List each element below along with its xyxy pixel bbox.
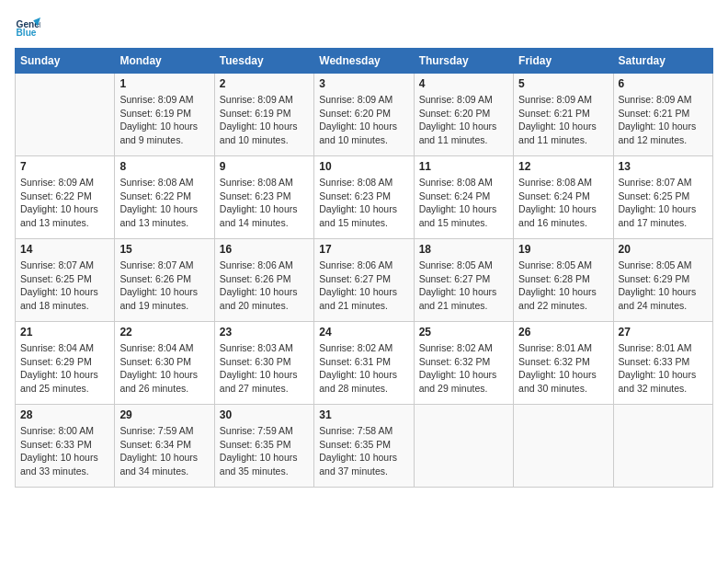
cell-info: Sunrise: 7:58 AMSunset: 6:35 PMDaylight:… xyxy=(319,424,408,478)
calendar-week-1: 1Sunrise: 8:09 AMSunset: 6:19 PMDaylight… xyxy=(16,74,713,156)
calendar-table: SundayMondayTuesdayWednesdayThursdayFrid… xyxy=(15,48,713,488)
cell-info: Sunrise: 8:08 AMSunset: 6:24 PMDaylight:… xyxy=(419,176,508,230)
date-number: 8 xyxy=(119,160,209,173)
col-header-tuesday: Tuesday xyxy=(214,49,313,74)
date-number: 26 xyxy=(518,326,608,339)
cell-info: Sunrise: 8:07 AMSunset: 6:25 PMDaylight:… xyxy=(20,259,109,313)
cell-info: Sunrise: 8:02 AMSunset: 6:32 PMDaylight:… xyxy=(419,341,508,396)
date-number: 18 xyxy=(419,243,508,256)
cell-info: Sunrise: 8:09 AMSunset: 6:19 PMDaylight:… xyxy=(119,93,209,147)
calendar-header: SundayMondayTuesdayWednesdayThursdayFrid… xyxy=(16,49,713,74)
date-number: 21 xyxy=(20,326,109,339)
date-number: 7 xyxy=(20,160,109,173)
col-header-saturday: Saturday xyxy=(613,49,712,74)
cell-info: Sunrise: 8:09 AMSunset: 6:20 PMDaylight:… xyxy=(319,93,408,147)
date-number: 10 xyxy=(319,160,408,173)
calendar-cell: 24Sunrise: 8:02 AMSunset: 6:31 PMDayligh… xyxy=(314,322,414,405)
cell-info: Sunrise: 8:08 AMSunset: 6:23 PMDaylight:… xyxy=(220,176,309,230)
col-header-sunday: Sunday xyxy=(16,49,115,74)
date-number: 16 xyxy=(220,243,309,256)
date-number: 25 xyxy=(419,326,508,339)
date-number: 28 xyxy=(20,408,109,421)
calendar-cell: 3Sunrise: 8:09 AMSunset: 6:20 PMDaylight… xyxy=(314,74,414,156)
date-number: 31 xyxy=(319,408,408,421)
cell-info: Sunrise: 8:08 AMSunset: 6:24 PMDaylight:… xyxy=(518,176,608,230)
date-number: 15 xyxy=(119,243,209,256)
col-header-wednesday: Wednesday xyxy=(314,49,414,74)
calendar-week-3: 14Sunrise: 8:07 AMSunset: 6:25 PMDayligh… xyxy=(16,239,713,322)
calendar-cell: 16Sunrise: 8:06 AMSunset: 6:26 PMDayligh… xyxy=(214,239,313,322)
date-number: 1 xyxy=(119,77,209,90)
calendar-cell: 18Sunrise: 8:05 AMSunset: 6:27 PMDayligh… xyxy=(414,239,513,322)
calendar-cell: 13Sunrise: 8:07 AMSunset: 6:25 PMDayligh… xyxy=(613,156,712,239)
calendar-cell: 14Sunrise: 8:07 AMSunset: 6:25 PMDayligh… xyxy=(16,239,115,322)
cell-info: Sunrise: 8:05 AMSunset: 6:27 PMDaylight:… xyxy=(419,259,508,313)
date-number: 9 xyxy=(220,160,309,173)
date-number: 27 xyxy=(619,326,708,339)
date-number: 12 xyxy=(518,160,608,173)
calendar-cell: 23Sunrise: 8:03 AMSunset: 6:30 PMDayligh… xyxy=(214,322,313,405)
calendar-cell: 27Sunrise: 8:01 AMSunset: 6:33 PMDayligh… xyxy=(613,322,712,405)
cell-info: Sunrise: 7:59 AMSunset: 6:34 PMDaylight:… xyxy=(119,424,209,478)
calendar-cell: 17Sunrise: 8:06 AMSunset: 6:27 PMDayligh… xyxy=(314,239,414,322)
calendar-cell: 9Sunrise: 8:08 AMSunset: 6:23 PMDaylight… xyxy=(214,156,313,239)
date-number: 11 xyxy=(419,160,508,173)
date-number: 6 xyxy=(619,77,708,90)
cell-info: Sunrise: 8:08 AMSunset: 6:22 PMDaylight:… xyxy=(119,176,209,230)
cell-info: Sunrise: 8:00 AMSunset: 6:33 PMDaylight:… xyxy=(20,424,109,478)
calendar-cell: 7Sunrise: 8:09 AMSunset: 6:22 PMDaylight… xyxy=(16,156,115,239)
cell-info: Sunrise: 8:07 AMSunset: 6:25 PMDaylight:… xyxy=(619,176,708,230)
header-row: SundayMondayTuesdayWednesdayThursdayFrid… xyxy=(16,49,713,74)
cell-info: Sunrise: 8:01 AMSunset: 6:33 PMDaylight:… xyxy=(619,341,708,396)
calendar-cell: 15Sunrise: 8:07 AMSunset: 6:26 PMDayligh… xyxy=(115,239,214,322)
date-number: 29 xyxy=(119,408,209,421)
date-number: 13 xyxy=(619,160,708,173)
calendar-cell xyxy=(514,405,613,488)
calendar-cell: 28Sunrise: 8:00 AMSunset: 6:33 PMDayligh… xyxy=(16,405,115,488)
calendar-week-4: 21Sunrise: 8:04 AMSunset: 6:29 PMDayligh… xyxy=(16,322,713,405)
cell-info: Sunrise: 8:09 AMSunset: 6:21 PMDaylight:… xyxy=(518,93,608,147)
cell-info: Sunrise: 8:04 AMSunset: 6:29 PMDaylight:… xyxy=(20,341,109,396)
calendar-cell xyxy=(414,405,513,488)
date-number: 2 xyxy=(220,77,309,90)
date-number: 30 xyxy=(220,408,309,421)
page-header: General Blue xyxy=(15,15,713,40)
calendar-cell: 31Sunrise: 7:58 AMSunset: 6:35 PMDayligh… xyxy=(314,405,414,488)
cell-info: Sunrise: 8:09 AMSunset: 6:22 PMDaylight:… xyxy=(20,176,109,230)
calendar-cell: 20Sunrise: 8:05 AMSunset: 6:29 PMDayligh… xyxy=(613,239,712,322)
cell-info: Sunrise: 8:05 AMSunset: 6:29 PMDaylight:… xyxy=(619,259,708,313)
date-number: 5 xyxy=(518,77,608,90)
logo: General Blue xyxy=(15,15,44,40)
date-number: 14 xyxy=(20,243,109,256)
col-header-monday: Monday xyxy=(115,49,214,74)
cell-info: Sunrise: 8:02 AMSunset: 6:31 PMDaylight:… xyxy=(319,341,408,396)
cell-info: Sunrise: 8:07 AMSunset: 6:26 PMDaylight:… xyxy=(119,259,209,313)
calendar-cell: 22Sunrise: 8:04 AMSunset: 6:30 PMDayligh… xyxy=(115,322,214,405)
logo-icon: General Blue xyxy=(15,15,40,40)
date-number: 3 xyxy=(319,77,408,90)
calendar-body: 1Sunrise: 8:09 AMSunset: 6:19 PMDaylight… xyxy=(16,74,713,488)
calendar-cell xyxy=(613,405,712,488)
calendar-cell: 6Sunrise: 8:09 AMSunset: 6:21 PMDaylight… xyxy=(613,74,712,156)
cell-info: Sunrise: 8:03 AMSunset: 6:30 PMDaylight:… xyxy=(220,341,309,396)
cell-info: Sunrise: 8:05 AMSunset: 6:28 PMDaylight:… xyxy=(518,259,608,313)
calendar-cell: 2Sunrise: 8:09 AMSunset: 6:19 PMDaylight… xyxy=(214,74,313,156)
calendar-week-5: 28Sunrise: 8:00 AMSunset: 6:33 PMDayligh… xyxy=(16,405,713,488)
calendar-cell: 21Sunrise: 8:04 AMSunset: 6:29 PMDayligh… xyxy=(16,322,115,405)
calendar-cell: 4Sunrise: 8:09 AMSunset: 6:20 PMDaylight… xyxy=(414,74,513,156)
calendar-cell: 26Sunrise: 8:01 AMSunset: 6:32 PMDayligh… xyxy=(514,322,613,405)
col-header-friday: Friday xyxy=(514,49,613,74)
svg-text:Blue: Blue xyxy=(17,28,37,38)
calendar-cell: 29Sunrise: 7:59 AMSunset: 6:34 PMDayligh… xyxy=(115,405,214,488)
date-number: 17 xyxy=(319,243,408,256)
date-number: 19 xyxy=(518,243,608,256)
col-header-thursday: Thursday xyxy=(414,49,513,74)
cell-info: Sunrise: 8:04 AMSunset: 6:30 PMDaylight:… xyxy=(119,341,209,396)
cell-info: Sunrise: 8:09 AMSunset: 6:19 PMDaylight:… xyxy=(220,93,309,147)
cell-info: Sunrise: 8:09 AMSunset: 6:21 PMDaylight:… xyxy=(619,93,708,147)
date-number: 20 xyxy=(619,243,708,256)
calendar-cell: 1Sunrise: 8:09 AMSunset: 6:19 PMDaylight… xyxy=(115,74,214,156)
calendar-cell: 8Sunrise: 8:08 AMSunset: 6:22 PMDaylight… xyxy=(115,156,214,239)
calendar-cell: 10Sunrise: 8:08 AMSunset: 6:23 PMDayligh… xyxy=(314,156,414,239)
calendar-cell: 30Sunrise: 7:59 AMSunset: 6:35 PMDayligh… xyxy=(214,405,313,488)
